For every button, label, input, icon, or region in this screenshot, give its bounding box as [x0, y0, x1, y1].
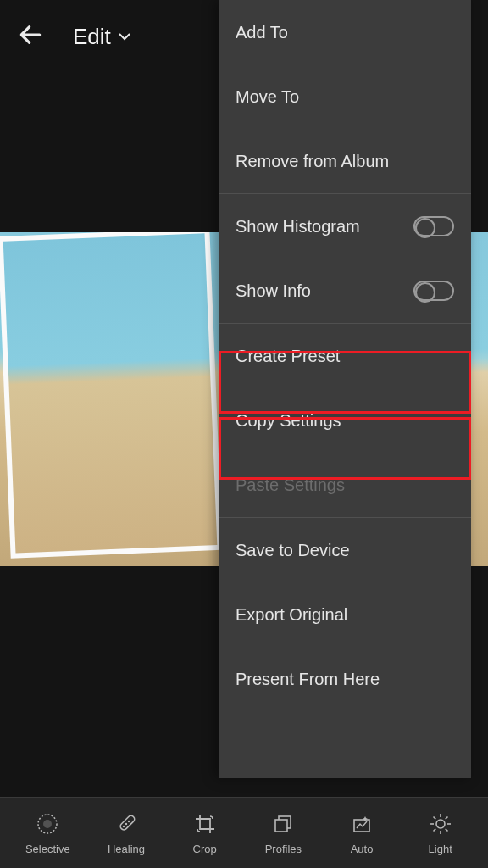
svg-point-1	[43, 820, 52, 828]
selective-icon	[34, 810, 61, 837]
photo-tilted-overlay	[0, 232, 223, 559]
svg-rect-7	[275, 820, 287, 832]
bottom-toolbar: Selective Healing Crop Profiles Auto Lig…	[0, 797, 488, 868]
menu-paste-settings-label: Paste Settings	[236, 476, 345, 495]
menu-paste-settings: Paste Settings	[219, 453, 471, 517]
back-arrow-icon	[17, 21, 44, 48]
tool-selective-label: Selective	[25, 843, 70, 855]
svg-line-14	[433, 817, 435, 820]
menu-add-to[interactable]: Add To	[219, 0, 471, 64]
menu-export-original[interactable]: Export Original	[219, 582, 471, 647]
menu-copy-settings[interactable]: Copy Settings	[219, 388, 471, 453]
tool-healing[interactable]: Healing	[87, 810, 166, 855]
top-bar: Edit	[0, 0, 131, 73]
tool-crop-label: Crop	[193, 843, 217, 855]
tool-auto-label: Auto	[351, 843, 374, 855]
svg-point-5	[128, 821, 130, 822]
svg-rect-2	[119, 815, 136, 832]
svg-point-4	[125, 823, 127, 825]
tool-profiles[interactable]: Profiles	[244, 810, 323, 855]
tool-light-label: Light	[429, 843, 452, 855]
toggle-show-info[interactable]	[413, 281, 454, 301]
svg-line-16	[433, 829, 435, 832]
svg-point-9	[436, 820, 445, 828]
chevron-down-icon	[118, 32, 131, 41]
menu-copy-settings-label: Copy Settings	[236, 411, 341, 431]
menu-present-from-here-label: Present From Here	[236, 670, 380, 689]
svg-line-17	[445, 817, 447, 820]
menu-present-from-here[interactable]: Present From Here	[219, 647, 471, 711]
menu-create-preset-label: Create Preset	[236, 347, 340, 366]
back-button[interactable]	[17, 21, 44, 52]
auto-icon	[348, 810, 375, 837]
crop-icon	[191, 810, 219, 837]
menu-export-original-label: Export Original	[236, 605, 347, 625]
menu-show-histogram-label: Show Histogram	[236, 217, 360, 236]
menu-show-info-label: Show Info	[236, 281, 311, 301]
menu-add-to-label: Add To	[236, 23, 288, 42]
tool-profiles-label: Profiles	[265, 843, 302, 855]
menu-save-to-device-label: Save to Device	[236, 541, 350, 560]
toggle-show-histogram[interactable]	[413, 216, 454, 236]
context-menu: Add To Move To Remove from Album Show Hi…	[219, 0, 471, 778]
light-icon	[427, 810, 454, 837]
mode-dropdown[interactable]: Edit	[73, 24, 131, 50]
mode-title: Edit	[73, 24, 111, 50]
profiles-icon	[269, 810, 297, 837]
tool-selective[interactable]: Selective	[8, 810, 87, 855]
tool-healing-label: Healing	[108, 843, 145, 855]
tool-auto[interactable]: Auto	[323, 810, 402, 855]
menu-move-to-label: Move To	[236, 87, 299, 107]
healing-icon	[113, 810, 140, 837]
menu-move-to[interactable]: Move To	[219, 64, 471, 129]
menu-create-preset[interactable]: Create Preset	[219, 324, 471, 388]
svg-point-3	[123, 826, 125, 827]
menu-save-to-device[interactable]: Save to Device	[219, 518, 471, 582]
menu-show-info[interactable]: Show Info	[219, 259, 471, 323]
menu-remove-from-album[interactable]: Remove from Album	[219, 129, 471, 193]
svg-line-15	[445, 829, 447, 832]
tool-light[interactable]: Light	[401, 810, 480, 855]
tool-crop[interactable]: Crop	[165, 810, 244, 855]
menu-show-histogram[interactable]: Show Histogram	[219, 194, 471, 259]
menu-remove-label: Remove from Album	[236, 152, 389, 171]
